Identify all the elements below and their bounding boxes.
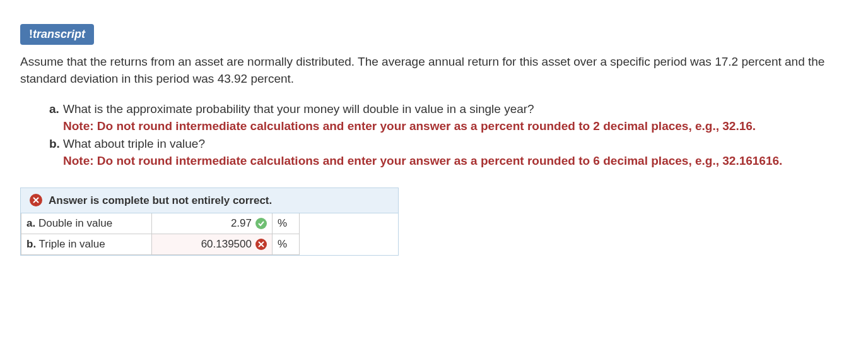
part-a-label: a.: [49, 101, 63, 118]
table-row: a. Double in value 2.97 %: [21, 213, 300, 234]
part-a-text: What is the approximate probability that…: [63, 101, 534, 118]
answer-b-value: 60.139500: [201, 237, 252, 252]
answer-b-unit: %: [273, 234, 300, 255]
answer-b-value-cell[interactable]: 60.139500: [152, 234, 273, 255]
question-text: Assume that the returns from an asset ar…: [20, 54, 848, 87]
answer-a-unit: %: [273, 213, 300, 234]
answer-a-label: a. Double in value: [21, 213, 152, 234]
part-a: a. What is the approximate probability t…: [49, 101, 848, 134]
part-b-label: b.: [49, 136, 63, 153]
transcript-button-label: transcript: [33, 28, 85, 40]
part-b: b. What about triple in value? Note: Do …: [49, 136, 848, 169]
answer-a-value: 2.97: [231, 216, 252, 231]
answer-b-label: b. Triple in value: [21, 234, 152, 255]
transcript-button[interactable]: !transcript: [20, 24, 94, 45]
answer-feedback-box: Answer is complete but not entirely corr…: [20, 187, 399, 256]
cross-icon: [255, 239, 267, 250]
part-b-text: What about triple in value?: [63, 136, 205, 153]
answer-header-text: Answer is complete but not entirely corr…: [49, 193, 272, 208]
part-a-note: Note: Do not round intermediate calculat…: [63, 118, 848, 135]
cross-icon: [30, 194, 42, 206]
check-icon: [255, 218, 267, 229]
part-b-note: Note: Do not round intermediate calculat…: [63, 153, 848, 170]
answer-header: Answer is complete but not entirely corr…: [21, 188, 398, 214]
answer-table: a. Double in value 2.97 % b. Triple in v…: [21, 213, 300, 255]
table-row: b. Triple in value 60.139500 %: [21, 234, 300, 255]
answer-a-value-cell[interactable]: 2.97: [152, 213, 273, 234]
question-parts: a. What is the approximate probability t…: [20, 101, 848, 169]
